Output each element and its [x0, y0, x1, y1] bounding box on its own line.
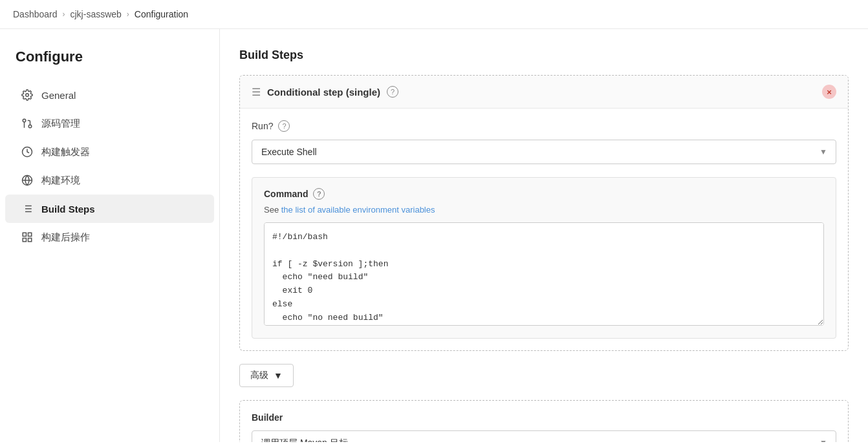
post-build-icon [21, 231, 34, 244]
breadcrumb-dashboard[interactable]: Dashboard [13, 9, 58, 19]
command-section: Command ? See the list of available envi… [252, 177, 836, 339]
run-help-icon[interactable]: ? [278, 120, 290, 132]
svg-rect-15 [28, 238, 32, 242]
step-header: ☰ Conditional step (single) ? × [240, 76, 848, 109]
sidebar-item-general[interactable]: General [5, 81, 214, 109]
env-icon [21, 174, 34, 187]
sidebar-label-build-steps: Build Steps [41, 204, 95, 215]
sidebar-label-source: 源码管理 [41, 118, 80, 130]
advanced-label: 高级 [250, 370, 268, 381]
step-close-button[interactable]: × [822, 85, 836, 99]
advanced-button[interactable]: 高级 ▼ [239, 364, 294, 387]
sidebar-label-trigger: 构建触发器 [41, 146, 90, 158]
svg-point-1 [28, 125, 32, 128]
shell-select[interactable]: Execute Shell Execute Windows batch comm… [252, 140, 836, 164]
page-title: Build Steps [239, 48, 849, 62]
command-textarea[interactable] [264, 222, 824, 326]
env-vars-link-line: See the list of available environment va… [264, 205, 824, 215]
source-icon [21, 117, 34, 130]
advanced-arrow-icon: ▼ [274, 370, 283, 381]
step-title: Conditional step (single) [267, 87, 380, 98]
run-text: Run? [252, 121, 273, 131]
drag-icon[interactable]: ☰ [252, 86, 261, 98]
sidebar-item-post-build[interactable]: 构建后操作 [5, 223, 214, 251]
gear-icon [21, 89, 34, 101]
trigger-icon [21, 145, 34, 158]
svg-point-2 [23, 119, 26, 122]
sidebar-label-post-build: 构建后操作 [41, 231, 90, 244]
step-body: Run? ? Execute Shell Execute Windows bat… [240, 109, 848, 350]
breadcrumb-project[interactable]: cjkj-sassweb [71, 9, 122, 19]
sidebar-label-general: General [41, 90, 76, 101]
breadcrumb-sep-2: › [127, 10, 129, 19]
breadcrumb: Dashboard › cjkj-sassweb › Configuration [0, 0, 868, 29]
step-card: ☰ Conditional step (single) ? × Run? ? E… [239, 75, 849, 351]
command-help-icon[interactable]: ? [313, 188, 325, 200]
builder-label: Builder [252, 412, 836, 423]
build-steps-icon [21, 202, 34, 215]
builder-section: Builder 调用顶层 Maven 目标 ▼ [239, 400, 849, 442]
step-help-icon[interactable]: ? [387, 86, 398, 98]
sidebar-item-build-steps[interactable]: Build Steps [5, 195, 214, 223]
sidebar-title: Configure [0, 48, 219, 81]
sidebar-item-source[interactable]: 源码管理 [5, 109, 214, 138]
svg-rect-13 [23, 233, 26, 236]
svg-rect-16 [23, 238, 26, 242]
sidebar-label-env: 构建环境 [41, 174, 80, 187]
breadcrumb-current: Configuration [135, 9, 188, 19]
sidebar: Configure General 源码管理 [0, 29, 220, 442]
sidebar-item-trigger[interactable]: 构建触发器 [5, 138, 214, 166]
env-vars-link[interactable]: the list of available environment variab… [281, 205, 435, 215]
breadcrumb-sep-1: › [63, 10, 65, 19]
builder-select-wrapper: 调用顶层 Maven 目标 ▼ [252, 430, 836, 442]
main-content: Build Steps ☰ Conditional step (single) … [220, 29, 868, 442]
command-label: Command ? [264, 188, 824, 200]
builder-select[interactable]: 调用顶层 Maven 目标 [252, 430, 836, 442]
command-text: Command [264, 189, 308, 199]
run-label: Run? ? [252, 120, 836, 132]
sidebar-item-env[interactable]: 构建环境 [5, 166, 214, 195]
svg-rect-14 [28, 233, 32, 236]
env-vars-prefix: See [264, 205, 281, 215]
svg-point-0 [26, 94, 29, 97]
shell-select-wrapper: Execute Shell Execute Windows batch comm… [252, 140, 836, 164]
